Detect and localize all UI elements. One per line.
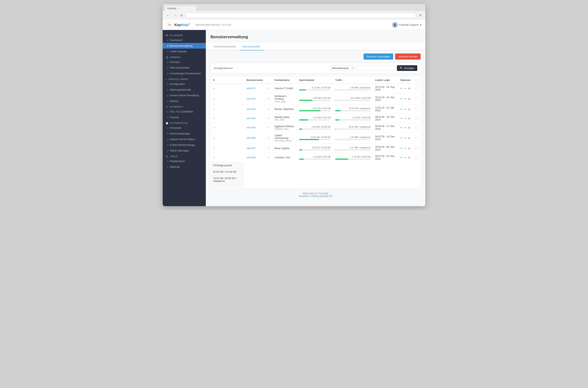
storage-text: 2.02 GB / 20.00 GB [299,146,330,149]
copyright-link[interactable]: KeyHelp © 2018 by Keyweb AG [299,195,332,197]
th-username: Benutzername [244,77,265,84]
username-link[interactable]: web-008 [246,156,256,159]
browser-menu-button[interactable]: ≡ [418,13,423,18]
login-as-icon[interactable]: ⇒ [404,126,407,129]
edit-icon[interactable]: ✏ [400,156,403,159]
sidebar-item-server-dienst[interactable]: ▶ Server-Dienst-Verwaltung [163,93,206,98]
traffic-bar-container: 6.26 MB / unbegrenzt [335,136,370,140]
username-link[interactable]: web-006 [246,137,256,139]
sidebar-item-dns[interactable]: ▶ DNS-Zone-Editor [163,65,206,71]
delete-selection-button[interactable]: Auswahl löschen [395,53,421,60]
row-checkbox[interactable] [415,108,418,111]
sidebar-item-protokolle[interactable]: ▶ Protokolle [163,125,206,131]
row-checkbox[interactable] [415,117,418,120]
info-icon[interactable]: ⓘ [268,156,270,159]
username-link[interactable]: web-002 [246,97,256,100]
login-as-icon[interactable]: ⇒ [404,87,407,90]
sidebar-item-ssl[interactable]: ▶ SSL-/TLS-Zertifikate [163,109,206,114]
delete-icon[interactable]: ⊖ [408,136,410,140]
login-as-icon[interactable]: ⇒ [404,136,407,140]
forward-button[interactable]: → [172,13,178,18]
delete-icon[interactable]: ⊖ [408,126,410,129]
login-as-icon[interactable]: ⇒ [404,156,407,159]
storage-progress-bar [299,128,330,130]
cell-status: ✓ [211,93,245,105]
sidebar-item-email-warteschlange[interactable]: ▶ E-Mail-Warteschlange [163,142,206,148]
browser-tab[interactable]: KeyHelp × [165,6,196,11]
login-as-icon[interactable]: ⇒ [404,147,407,150]
sidebar-item-dashboard[interactable]: ▶ Dashboard [163,37,206,43]
sidebar-item-konfiguration[interactable]: ▶ Konfiguration [163,81,206,87]
sidebar-item-phpmyadmin[interactable]: ▶ PhpMyAdmin [163,158,206,164]
sidebar-item-unzulassige[interactable]: ▶ Unzulässige Domainnamen [163,71,206,76]
address-bar[interactable] [186,13,416,18]
login-as-icon[interactable]: ⇒ [404,97,407,100]
sidebar-item-webmail[interactable]: ▶ Webmail [163,164,206,170]
info-icon[interactable]: ⓘ [268,126,270,129]
sidebar-item-benutzerverwaltung[interactable]: ▶ Benutzerverwaltung [163,43,206,48]
sidebar-item-aktive-sitzungen[interactable]: ▶ Aktive Sitzungen [163,148,206,153]
delete-icon[interactable]: ⊖ [408,87,410,90]
select-all-checkbox[interactable] [415,79,418,81]
username-link[interactable]: web-004 [246,117,256,120]
sidebar-item-backup[interactable]: ▶ Backup [163,98,206,104]
table-row: ✓ web-001 ⓘ Gamma IT GmbH 4.22 GB / 20.0… [211,84,421,93]
tab-administratorkonten[interactable]: Administratorkonten [211,43,240,50]
info-icon[interactable]: ⓘ [268,108,270,111]
page-footer: Made with ♥ in Thuringia KeyHelp © 2018 … [211,188,421,201]
arrow-icon: ▶ [167,111,169,113]
delete-icon[interactable]: ⊖ [408,147,410,150]
cell-traffic: 6.27 MB / unbegrenzt [333,144,373,153]
content-area: Benutzerverwaltung Administratorkonten B… [206,30,425,206]
users-table: S Benutzername Kontaktname Speicherplatz… [211,77,421,188]
delete-icon[interactable]: ⊖ [408,108,410,111]
sidebar-item-firewall[interactable]: ▶ Firewall [163,114,206,120]
edit-icon[interactable]: ✏ [400,87,403,90]
info-icon[interactable]: ⓘ [268,97,270,100]
edit-icon[interactable]: ✏ [400,126,403,129]
filter-select[interactable]: Benutzername Kontaktname Domain [330,65,355,71]
row-checkbox[interactable] [415,126,418,129]
username-link[interactable]: web-005 [246,126,256,129]
sidebar-item-traffic[interactable]: ▶ Traffic-Statistik [163,48,206,54]
edit-icon[interactable]: ✏ [400,117,403,120]
user-menu[interactable]: 👤 KeyHelp Support ▾ [392,22,421,28]
table-row: ✓ web-007 ⓘ Bauer, Agathe 2.02 GB / 20.0… [211,144,421,153]
username-link[interactable]: web-003 [246,108,256,111]
tab-close-icon[interactable]: × [178,7,179,10]
info-icon[interactable]: ⓘ [268,137,270,139]
cell-checkbox [413,114,421,123]
username-link[interactable]: web-007 [246,147,256,150]
sidebar-item-domains[interactable]: ▶ Domains [163,59,206,65]
edit-icon[interactable]: ✏ [400,97,403,100]
delete-icon[interactable]: ⊖ [408,156,410,159]
edit-icon[interactable]: ✏ [400,147,403,150]
sidebar-item-apache[interactable]: ▶ Apache-Server-Status [163,136,206,142]
row-checkbox[interactable] [415,97,418,100]
info-icon[interactable]: ⓘ [268,87,270,90]
row-checkbox[interactable] [415,147,418,150]
back-button[interactable]: ← [165,13,171,18]
login-as-icon[interactable]: ⇒ [404,117,407,120]
sidebar-item-servermeldungen[interactable]: ▶ Servermeldungen [163,131,206,136]
delete-icon[interactable]: ⊖ [408,117,410,120]
tab-benutzerkonten[interactable]: Benutzerkonten [240,43,264,50]
username-link[interactable]: web-001 [246,87,256,90]
row-checkbox[interactable] [415,156,418,159]
traffic-progress-bar [335,139,370,140]
edit-icon[interactable]: ✏ [400,108,403,111]
info-icon[interactable]: ⓘ [268,147,270,150]
arrow-icon: ▶ [167,61,169,63]
info-icon[interactable]: ⓘ [268,117,270,120]
login-as-icon[interactable]: ⇒ [404,108,407,111]
reload-button[interactable]: ↻ [179,13,184,18]
sidebar-item-wartungsintervalle[interactable]: ▶ Wartungsintervalle [163,87,206,93]
delete-icon[interactable]: ⊖ [408,97,410,100]
add-user-button[interactable]: Benutzer hinzufügen [364,53,393,60]
edit-icon[interactable]: ✏ [400,136,403,140]
filter-input[interactable] [356,65,395,71]
search-button[interactable]: 🔍 Anzeigen [397,65,417,71]
row-checkbox[interactable] [415,137,418,139]
cell-username: web-007 [244,144,265,153]
row-checkbox[interactable] [415,87,418,90]
